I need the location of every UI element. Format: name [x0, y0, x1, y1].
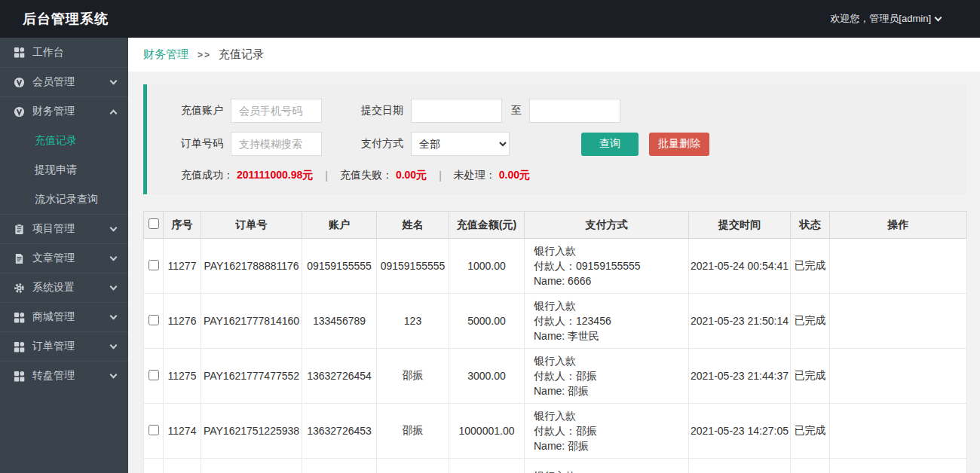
table-row: 11276 PAY1621777814160 133456789 123 500…	[144, 294, 967, 349]
cell-account: 13632726453	[302, 404, 377, 459]
pending-value: 0.00元	[499, 169, 530, 182]
cell-seq: 11274	[164, 404, 201, 459]
pay-method-select[interactable]: 全部	[411, 132, 510, 156]
sidebar-item-wheel[interactable]: 转盘管理	[0, 361, 128, 390]
cell-status: 已完成	[791, 239, 830, 294]
sidebar-item-workbench[interactable]: 工作台	[0, 38, 128, 67]
sidebar-item-members[interactable]: 会员管理	[0, 67, 128, 96]
sidebar-item-mall[interactable]: 商城管理	[0, 302, 128, 331]
cell-name: 09159155555	[377, 239, 449, 294]
pay-name: Name: 李世民	[534, 328, 679, 343]
cell-seq: 11277	[164, 239, 201, 294]
cell-amount: 1000001.00	[449, 404, 525, 459]
cell-time: 2021-05-23 14:16:59	[689, 459, 791, 473]
sidebar-subitem-transaction-query[interactable]: 流水记录查询	[0, 185, 128, 214]
cell-action	[830, 404, 967, 459]
pay-name: Name: 6666	[534, 273, 679, 288]
date-to-input[interactable]	[529, 99, 620, 123]
cell-order-no: PAY1621777477552	[201, 349, 302, 404]
cell-pay-method: 银行入款 付款人：123456 Name: 李世民	[525, 294, 689, 349]
pending-label: 未处理：	[454, 169, 496, 182]
fail-value: 0.00元	[396, 169, 427, 182]
col-pay-method: 支付方式	[525, 212, 689, 239]
cell-account: 133456789	[302, 294, 377, 349]
sidebar-item-articles[interactable]: 文章管理	[0, 243, 128, 273]
sidebar-item-label: 项目管理	[32, 222, 111, 236]
sidebar: 工作台 会员管理 财务管理 充值记录 提现申请 流水记录查询 项目管理 文章管理	[0, 38, 128, 473]
success-label: 充值成功：	[181, 169, 234, 182]
sidebar-item-projects[interactable]: 项目管理	[0, 214, 128, 243]
sidebar-item-settings[interactable]: 系统设置	[0, 273, 128, 302]
breadcrumb: 财务管理 >> 充值记录	[128, 38, 980, 72]
finance-submenu: 充值记录 提现申请 流水记录查询	[0, 126, 128, 214]
chevron-down-icon	[110, 313, 118, 320]
cell-action	[830, 459, 967, 473]
cell-seq: 11275	[164, 349, 201, 404]
account-input[interactable]	[231, 99, 322, 123]
breadcrumb-separator: >>	[198, 50, 211, 60]
cell-time: 2021-05-23 21:50:14	[689, 294, 791, 349]
chevron-up-icon	[110, 109, 118, 117]
cell-pay-method: 银行入款 付款人：100000	[525, 459, 689, 473]
member-badge-icon	[14, 77, 25, 88]
row-checkbox[interactable]	[149, 370, 159, 380]
sidebar-item-label: 转盘管理	[32, 369, 111, 383]
date-label: 提交日期	[361, 104, 403, 117]
sidebar-item-label: 系统设置	[32, 281, 111, 294]
chevron-down-icon	[935, 14, 942, 22]
date-from-input[interactable]	[411, 99, 502, 123]
row-checkbox[interactable]	[149, 315, 159, 325]
sidebar-item-finance[interactable]: 财务管理	[0, 96, 128, 126]
chevron-down-icon	[110, 371, 118, 379]
sidebar-item-label: 工作台	[32, 46, 116, 60]
cell-seq: 11276	[164, 294, 201, 349]
row-checkbox[interactable]	[149, 425, 159, 435]
cell-status: 已完成	[791, 459, 830, 473]
cell-amount: 100000.00	[449, 459, 525, 473]
cell-account: 63956744088	[302, 459, 377, 473]
cell-amount: 5000.00	[449, 294, 525, 349]
cell-pay-method: 银行入款 付款人：邵振 Name: 邵振	[525, 404, 689, 459]
sidebar-subitem-withdrawal-requests[interactable]: 提现申请	[0, 155, 128, 185]
select-all-checkbox[interactable]	[149, 218, 159, 229]
search-button[interactable]: 查询	[581, 133, 639, 156]
order-input[interactable]	[231, 132, 322, 156]
app-title: 后台管理系统	[0, 10, 109, 28]
cell-name: 123	[377, 294, 449, 349]
account-label: 充值账户	[181, 104, 223, 117]
cell-account: 13632726454	[302, 349, 377, 404]
chevron-down-icon	[110, 283, 118, 291]
grid-icon	[14, 341, 25, 352]
cell-status: 已完成	[791, 349, 830, 404]
sidebar-item-orders[interactable]: 订单管理	[0, 331, 128, 361]
pay-type: 银行入款	[534, 353, 679, 368]
user-menu[interactable]: 欢迎您，管理员[admin]	[830, 12, 980, 26]
batch-delete-button[interactable]: 批量删除	[649, 133, 709, 156]
cell-status: 已完成	[791, 294, 830, 349]
cell-action	[830, 294, 967, 349]
row-checkbox[interactable]	[149, 260, 159, 270]
stats-separator: |	[325, 169, 328, 182]
stats-separator: |	[439, 169, 442, 182]
cell-time: 2021-05-24 00:54:41	[689, 239, 791, 294]
pay-name: Name: 邵振	[534, 438, 679, 453]
sidebar-item-label: 会员管理	[32, 75, 111, 89]
cell-status: 已完成	[791, 404, 830, 459]
grid-icon	[14, 371, 25, 382]
grid-icon	[14, 312, 25, 323]
breadcrumb-parent[interactable]: 财务管理	[143, 47, 188, 62]
sidebar-subitem-recharge-records[interactable]: 充值记录	[0, 126, 128, 155]
top-bar: 后台管理系统 欢迎您，管理员[admin]	[0, 0, 980, 38]
col-name: 姓名	[377, 212, 449, 239]
cell-name: 邵振	[377, 404, 449, 459]
cell-amount: 3000.00	[449, 349, 525, 404]
cell-name: 邵振	[377, 349, 449, 404]
chevron-down-icon	[110, 78, 118, 85]
col-order-no: 订单号	[201, 212, 302, 239]
fail-label: 充值失败：	[340, 169, 393, 182]
chevron-down-icon	[110, 342, 118, 349]
cell-order-no: PAY1621788881176	[201, 239, 302, 294]
col-seq: 序号	[164, 212, 201, 239]
cell-seq: 11273	[164, 459, 201, 473]
stats-row: 充值成功： 201111000.98元 | 充值失败： 0.00元 | 未处理：…	[181, 169, 530, 182]
